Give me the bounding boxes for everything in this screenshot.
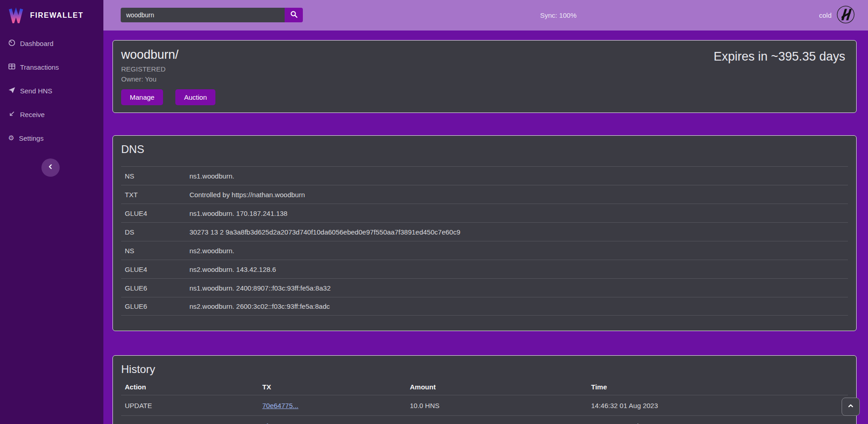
sidebar-nav: Dashboard Transactions Send HNS bbox=[0, 31, 103, 150]
wallet-area[interactable]: cold bbox=[819, 0, 855, 31]
dns-record-value: ns1.woodburn. bbox=[189, 172, 848, 180]
history-col-time: Time bbox=[591, 383, 848, 391]
domain-owner: Owner: You bbox=[121, 75, 848, 83]
dns-title: DNS bbox=[121, 143, 848, 156]
dns-record-type: NS bbox=[121, 172, 189, 180]
settings-gear-icon: ⚙ bbox=[8, 134, 14, 142]
domain-status: REGISTERED bbox=[121, 65, 848, 73]
dns-record-value: 30273 13 2 9a3a8fb3d625d2a2073d740f10da6… bbox=[189, 228, 848, 236]
sidebar-item-settings[interactable]: ⚙ Settings bbox=[0, 126, 103, 150]
dns-record-value: ns2.woodburn. 2600:3c02::f03c:93ff:fe5a:… bbox=[189, 302, 848, 310]
sidebar-item-send-hns[interactable]: Send HNS bbox=[0, 79, 103, 102]
transactions-table-icon bbox=[8, 63, 15, 72]
sidebar-item-label: Dashboard bbox=[20, 40, 53, 47]
brand-header: FIREWALLET bbox=[0, 0, 103, 31]
search-icon bbox=[290, 10, 298, 20]
history-amount: 10.0 HNS bbox=[410, 402, 591, 409]
dns-record-value: ns2.woodburn. bbox=[189, 247, 848, 255]
history-action: RENEW bbox=[121, 422, 262, 424]
dns-record-value: Controlled by https://nathan.woodburn bbox=[189, 191, 848, 199]
domain-card: woodburn/ REGISTERED Owner: You Manage A… bbox=[112, 40, 857, 113]
dns-record-value: ns2.woodburn. 143.42.128.6 bbox=[189, 266, 848, 273]
sidebar-item-label: Receive bbox=[20, 111, 45, 118]
dns-record-row: GLUE4 ns1.woodburn. 170.187.241.138 bbox=[121, 204, 848, 222]
handshake-logo-icon bbox=[836, 5, 855, 26]
dns-record-type: GLUE4 bbox=[121, 266, 189, 273]
firewallet-w-logo-icon bbox=[7, 6, 25, 25]
dashboard-gauge-icon bbox=[8, 39, 15, 48]
receive-arrow-icon bbox=[8, 110, 15, 119]
brand-name: FIREWALLET bbox=[30, 11, 83, 20]
sidebar-item-dashboard[interactable]: Dashboard bbox=[0, 31, 103, 55]
history-row: UPDATE 70e64775... 10.0 HNS 14:46:32 01 … bbox=[121, 395, 848, 415]
sidebar-item-receive[interactable]: Receive bbox=[0, 102, 103, 126]
history-col-tx: TX bbox=[262, 383, 410, 391]
history-action: UPDATE bbox=[121, 402, 262, 409]
dns-record-row: GLUE4 ns2.woodburn. 143.42.128.6 bbox=[121, 260, 848, 278]
history-time: 15:47:06 07 Feb 2023 bbox=[591, 422, 848, 424]
history-time: 14:46:32 01 Aug 2023 bbox=[591, 402, 848, 409]
main-content: woodburn/ REGISTERED Owner: You Manage A… bbox=[103, 31, 868, 424]
dns-table: NS ns1.woodburn. TXT Controlled by https… bbox=[121, 166, 848, 316]
dns-record-row: NS ns2.woodburn. bbox=[121, 241, 848, 260]
history-col-amount: Amount bbox=[410, 383, 591, 391]
sidebar-item-label: Settings bbox=[19, 134, 43, 142]
chevron-up-icon bbox=[847, 402, 854, 411]
history-title: History bbox=[121, 363, 848, 376]
dns-record-row: TXT Controlled by https://nathan.woodbur… bbox=[121, 185, 848, 204]
dns-record-type: NS bbox=[121, 247, 189, 255]
sidebar: FIREWALLET Dashboard Transactions bbox=[0, 0, 103, 424]
sync-status: Sync: 100% bbox=[540, 0, 577, 31]
dns-record-type: DS bbox=[121, 228, 189, 236]
history-table: Action TX Amount Time UPDATE 70e64775...… bbox=[121, 378, 848, 424]
history-rows: UPDATE 70e64775... 10.0 HNS 14:46:32 01 … bbox=[121, 395, 848, 424]
history-row: RENEW 8f3a2c91... 10.0 HNS 15:47:06 07 F… bbox=[121, 415, 848, 424]
topbar: Sync: 100% cold bbox=[103, 0, 868, 31]
tx-link[interactable]: 70e64775... bbox=[262, 402, 298, 409]
sidebar-item-label: Transactions bbox=[20, 63, 59, 71]
dns-record-row: GLUE6 ns2.woodburn. 2600:3c02::f03c:93ff… bbox=[121, 297, 848, 316]
dns-record-row: DS 30273 13 2 9a3a8fb3d625d2a2073d740f10… bbox=[121, 222, 848, 241]
sidebar-item-transactions[interactable]: Transactions bbox=[0, 55, 103, 79]
sidebar-collapse-button[interactable] bbox=[41, 158, 60, 177]
search-bar bbox=[121, 8, 303, 22]
dns-record-row: NS ns1.woodburn. bbox=[121, 166, 848, 185]
auction-button[interactable]: Auction bbox=[175, 89, 215, 105]
domain-expiry: Expires in ~395.35 days bbox=[714, 50, 845, 64]
search-input[interactable] bbox=[121, 8, 285, 22]
dns-record-value: ns1.woodburn. 2400:8907::f03c:93ff:fe5a:… bbox=[189, 284, 848, 292]
dns-record-type: TXT bbox=[121, 191, 189, 199]
wallet-name-badge: cold bbox=[819, 11, 832, 19]
dns-record-type: GLUE6 bbox=[121, 284, 189, 292]
history-col-action: Action bbox=[121, 383, 262, 391]
dns-record-type: GLUE6 bbox=[121, 302, 189, 310]
dns-record-row: GLUE6 ns1.woodburn. 2400:8907::f03c:93ff… bbox=[121, 278, 848, 297]
dns-record-value: ns1.woodburn. 170.187.241.138 bbox=[189, 209, 848, 217]
scroll-to-top-button[interactable] bbox=[842, 398, 860, 416]
domain-actions: Manage Auction bbox=[121, 89, 848, 105]
dns-card: DNS NS ns1.woodburn. TXT Controlled by h… bbox=[112, 135, 857, 331]
history-amount: 10.0 HNS bbox=[410, 422, 591, 424]
history-header-row: Action TX Amount Time bbox=[121, 378, 848, 395]
manage-button[interactable]: Manage bbox=[121, 89, 163, 105]
search-button[interactable] bbox=[285, 8, 303, 22]
chevron-left-icon bbox=[47, 163, 54, 172]
history-card: History Action TX Amount Time UPDATE 70e… bbox=[112, 355, 857, 424]
sidebar-item-label: Send HNS bbox=[20, 87, 52, 95]
dns-record-type: GLUE4 bbox=[121, 209, 189, 217]
tx-link[interactable]: 8f3a2c91... bbox=[262, 422, 296, 424]
send-plane-icon bbox=[8, 87, 15, 95]
